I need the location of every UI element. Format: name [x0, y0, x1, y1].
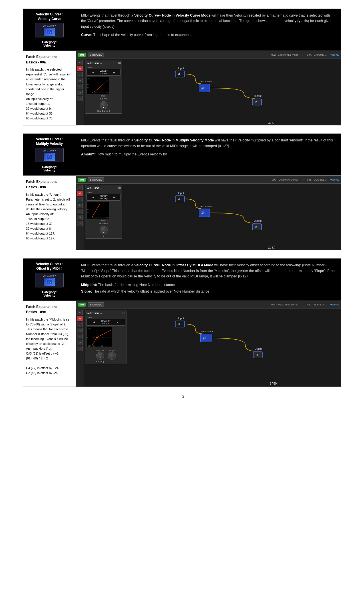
- sidebar-list-3[interactable]: ≡: [77, 334, 83, 339]
- sidebar-p-2[interactable]: P: [77, 203, 83, 208]
- patch-body-1: In this patch, the selected exponential …: [26, 67, 73, 121]
- daw-3: ON STOP ALL 09c - Note Distance Fro | 09…: [76, 301, 341, 387]
- delta-icon-3: ✦Delta: [330, 303, 339, 306]
- amount-knob-2[interactable]: [100, 226, 108, 234]
- sidebar-red-1[interactable]: M: [77, 66, 83, 71]
- output-node-1: [252, 99, 262, 105]
- counter-2: 3 / 50: [268, 246, 275, 249]
- svg-text:1: 1: [87, 217, 89, 218]
- cable-1a: [184, 74, 201, 84]
- daw-stop-btn-2[interactable]: STOP ALL: [88, 177, 104, 182]
- velocity-graph-1: 127 O U T 1 1 127: [87, 77, 109, 94]
- knob-dot-1: [103, 107, 104, 108]
- slope-knob-3[interactable]: [108, 352, 116, 360]
- mode-selector-3[interactable]: ◀ Offset By MIDI # ▶: [87, 319, 125, 326]
- svg-text:C6: C6: [101, 345, 103, 347]
- patch-canvas-2: Input ↺ Vel Curve + 🔊 Output ↺ 3 / 50: [84, 184, 341, 250]
- graph-container-1: 127 O U T 1 1 127: [87, 77, 121, 94]
- info-icon-2[interactable]: ⓘ: [118, 186, 121, 190]
- curve-knob-1[interactable]: [100, 101, 108, 109]
- sidebar-plus-1[interactable]: +: [77, 60, 83, 65]
- sidebar-red-2[interactable]: M: [77, 191, 83, 196]
- daw-title-1: 09a - Exponential Veloc: [272, 53, 299, 56]
- velcurve-canvas-label-1: Vel Curve +: [200, 80, 212, 83]
- info-icon-3[interactable]: ⓘ: [122, 311, 125, 315]
- info-icon-1[interactable]: ⓘ: [118, 61, 121, 65]
- counter-1: 3 / 50: [268, 121, 275, 125]
- midpoint-knob-3[interactable]: [96, 352, 104, 360]
- svg-text:127: 127: [87, 78, 91, 80]
- daw-1: ON STOP ALL 09a - Exponential Veloc | 09…: [76, 51, 341, 125]
- sidebar-c-2[interactable]: C: [77, 197, 83, 202]
- patch-title-3: Patch Explanation: Basics - 09c: [26, 304, 73, 315]
- sidebar-c-3[interactable]: C: [77, 322, 83, 327]
- sidebar-doc-3[interactable]: □: [77, 346, 83, 351]
- patch-right-1: ON STOP ALL 09a - Exponential Veloc | 09…: [76, 51, 341, 125]
- node-title-1: Velocity Curve+: Velocity Curve: [36, 12, 63, 21]
- input-node-3: [175, 321, 184, 327]
- svg-text:C-2: C-2: [93, 345, 95, 347]
- knob-dot-2: [103, 232, 104, 233]
- category-2: Category: Velocity: [42, 165, 57, 172]
- output-text-1: Output: [254, 95, 262, 97]
- patch-row-1: Patch Explanation: Basics - 09a In this …: [23, 51, 341, 125]
- sidebar-plus-2[interactable]: +: [77, 185, 83, 190]
- input-label-1: Input: [87, 95, 121, 97]
- velcurve-canvas-label-3: Vel Curve +: [201, 330, 213, 333]
- node-icon-1: [44, 28, 55, 36]
- knobs-row-3: Midpoint C3 (60) Slope: [87, 348, 125, 363]
- sidebar-c-1[interactable]: C: [77, 72, 83, 77]
- sidebar-list-2[interactable]: ≡: [77, 209, 83, 214]
- amount-label-2: Amount: [87, 222, 121, 225]
- curve-label-1: Curve: [87, 97, 121, 100]
- daw-on-btn-3[interactable]: ON: [78, 303, 86, 307]
- info-row-3: Velocity Curve+: Offset By MIDI # Vel Cu…: [23, 259, 341, 301]
- velcurve-canvas-node-1: [199, 84, 210, 92]
- svg-text:U: U: [87, 87, 89, 88]
- svg-text:U: U: [87, 211, 89, 213]
- sidebar-gear-1[interactable]: ⚙: [77, 90, 83, 95]
- sidebar-doc-2[interactable]: □: [77, 221, 83, 226]
- daw-on-btn-2[interactable]: ON: [78, 178, 86, 182]
- sidebar-plus-3[interactable]: +: [77, 310, 83, 315]
- patch-title-1: Patch Explanation: Basics - 09a: [26, 54, 73, 65]
- patch-row-3: Patch Explanation: Basics - 09c In this …: [23, 301, 341, 387]
- sidebar-p-3[interactable]: P: [77, 328, 83, 333]
- sidebar-red-3[interactable]: M: [77, 316, 83, 321]
- cable-1b: [210, 88, 255, 98]
- sidebar-p-1[interactable]: P: [77, 78, 83, 83]
- output-node-2: [252, 224, 262, 230]
- patch-left-1: Patch Explanation: Basics - 09a In this …: [23, 51, 76, 125]
- daw-right-2: 09B - DOUBLE...: [307, 178, 327, 181]
- midi-offset-graph-3: +127 0 -127: [87, 327, 112, 347]
- daw-stop-btn-3[interactable]: STOP ALL: [88, 302, 104, 307]
- mode-selector-1[interactable]: ◀ Velocity Curve ▶: [87, 69, 121, 76]
- delta-icon-2: ✦Delta: [330, 178, 339, 181]
- patch-right-3: ON STOP ALL 09c - Note Distance Fro | 09…: [76, 301, 341, 387]
- section-velocity-curve: Velocity Curve+: Velocity Curve Vel Curv…: [23, 9, 341, 125]
- daw-main-3: Vel Curve + ⓘ Mode ◀ Offset By MIDI # ▶: [84, 309, 341, 387]
- sidebar-list-1[interactable]: ≡: [77, 84, 83, 89]
- daw-sidebar-2: + M C P ≡ ⚙ □: [76, 184, 84, 250]
- input-node-1: [175, 71, 184, 77]
- daw-on-btn-1[interactable]: ON: [78, 53, 86, 57]
- midpoint-label-3: Midpoint: [96, 349, 104, 352]
- daw-stop-btn-1[interactable]: STOP ALL: [88, 53, 104, 57]
- slope-value-3: 2: [111, 360, 112, 363]
- category-1: Category: Velocity: [42, 40, 57, 47]
- daw-body-3: + M C P ≡ ⚙ □ Vel Curve + ⓘ: [76, 309, 341, 387]
- knob-label-2: 2: [103, 235, 104, 237]
- sidebar-doc-1[interactable]: □: [77, 96, 83, 101]
- daw-2: ON STOP ALL 09b - Double All Velocit | 0…: [76, 176, 341, 250]
- cable-3a: [184, 324, 202, 334]
- node-title-2: Velocity Curve+: Multiply Velocity: [36, 137, 63, 146]
- node-panel-title-1: Vel Curve + ⓘ: [87, 61, 121, 65]
- sidebar-gear-2[interactable]: ⚙: [77, 215, 83, 220]
- daw-body-1: + M C P ≡ ⚙ □ Vel Curve +: [76, 59, 341, 125]
- node-title-3: Velocity Curve+: Offset By MIDI #: [36, 262, 63, 271]
- svg-text:T: T: [87, 214, 89, 216]
- mode-selector-2[interactable]: ◀ Multiply Velocity ▶: [87, 194, 121, 201]
- delta-icon-1: ✦Delta: [330, 53, 339, 56]
- sidebar-gear-3[interactable]: ⚙: [77, 340, 83, 345]
- info-row-1: Velocity Curve+: Velocity Curve Vel Curv…: [23, 9, 341, 51]
